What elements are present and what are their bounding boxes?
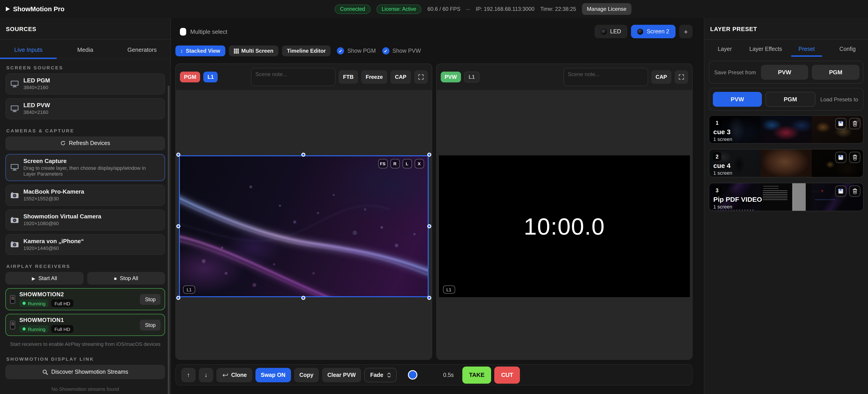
source-led-pvw[interactable]: LED PVW 3840×2160: [5, 98, 165, 119]
pgm-scene-note-input[interactable]: [251, 68, 336, 86]
delete-preset-icon-button[interactable]: [849, 186, 860, 197]
pgm-panel: PGM L1 FTB Freeze CAP: [176, 63, 432, 360]
resize-handle[interactable]: [427, 296, 431, 300]
pgm-viewport[interactable]: FS R L X L1: [176, 90, 432, 359]
pgm-cap-button[interactable]: CAP: [391, 70, 411, 84]
receiver-showmotion2[interactable]: SHOWMOTION2 Running Full HD Stop: [5, 288, 165, 310]
resize-handle[interactable]: [176, 224, 180, 228]
show-pvw-toggle[interactable]: ✓ Show PVW: [382, 47, 421, 55]
tab-config[interactable]: Config: [827, 39, 868, 57]
clone-button[interactable]: Clone: [216, 368, 252, 382]
screen-tab-screen2[interactable]: Screen 2: [631, 25, 676, 38]
source-macbook-camera[interactable]: MacBook Pro-Kamera 1552×1552@30: [5, 185, 165, 206]
show-pgm-toggle[interactable]: ✓ Show PGM: [337, 47, 376, 55]
source-name: Screen Capture: [23, 158, 154, 164]
source-detail: 1552×1552@30: [23, 196, 84, 202]
duration-value: 0.5s: [443, 372, 454, 378]
timeline-editor-button[interactable]: Timeline Editor: [282, 46, 331, 56]
save-from-pvw-button[interactable]: PVW: [761, 65, 808, 80]
pvw-scene-note-input[interactable]: [563, 68, 648, 86]
layer-fs-button[interactable]: FS: [378, 159, 388, 168]
screen-tab-led[interactable]: LED: [594, 25, 627, 38]
manage-license-button[interactable]: Manage License: [582, 3, 631, 15]
preset-screens: 1 screen: [713, 170, 732, 176]
move-down-button[interactable]: ↓: [199, 368, 213, 382]
discover-streams-button[interactable]: Discover Showmotion Streams: [5, 365, 165, 379]
swap-on-button[interactable]: Swap ON: [255, 368, 291, 382]
copy-button[interactable]: Copy: [294, 368, 319, 382]
take-button[interactable]: TAKE: [462, 366, 491, 384]
source-iphone-camera[interactable]: Kamera von „iPhone“ 1920×1440@60: [5, 234, 165, 255]
license-badge: License: Active: [376, 4, 422, 14]
resize-handle[interactable]: [302, 296, 306, 300]
start-all-label: Start All: [38, 275, 57, 282]
stacked-view-icon: ↕: [180, 48, 183, 54]
multi-screen-button[interactable]: Multi Screen: [229, 46, 278, 56]
receiver-stop-button[interactable]: Stop: [140, 294, 160, 305]
tab-layer[interactable]: Layer: [704, 39, 745, 57]
source-detail: 1920×1440@60: [23, 245, 84, 252]
resize-handle[interactable]: [176, 153, 180, 157]
multiple-select-checkbox[interactable]: [180, 28, 186, 35]
layer-x-button[interactable]: X: [414, 159, 424, 168]
source-virtual-camera[interactable]: Showmotion Virtual Camera 1920×1080@60: [5, 209, 165, 230]
refresh-icon: [60, 140, 66, 146]
pgm-fullscreen-button[interactable]: [414, 70, 428, 84]
move-up-button[interactable]: ↑: [181, 368, 196, 382]
pvw-fullscreen-button[interactable]: [675, 70, 688, 84]
clone-icon: [222, 373, 228, 377]
pvw-layer-badge[interactable]: L1: [464, 72, 479, 82]
tab-layer-effects[interactable]: Layer Effects: [745, 39, 786, 57]
ftb-button[interactable]: FTB: [339, 70, 358, 84]
delete-preset-icon-button[interactable]: [849, 152, 860, 163]
pvw-viewport[interactable]: 10:00.0 L1: [436, 90, 692, 359]
save-from-pgm-button[interactable]: PGM: [812, 65, 860, 80]
clear-pvw-button[interactable]: Clear PVW: [322, 368, 361, 382]
preset-name: cue 3: [713, 128, 731, 136]
tab-preset[interactable]: Preset: [786, 39, 827, 57]
stop-icon: ■: [114, 276, 117, 281]
freeze-button[interactable]: Freeze: [361, 70, 387, 84]
source-screen-capture[interactable]: Screen Capture Drag to create layer, the…: [5, 154, 165, 181]
resize-handle[interactable]: [176, 296, 180, 300]
add-screen-button[interactable]: +: [679, 25, 692, 38]
save-preset-icon-button[interactable]: [835, 118, 846, 129]
pvw-cap-button[interactable]: CAP: [651, 70, 672, 84]
layer-r-button[interactable]: R: [390, 159, 400, 168]
refresh-devices-button[interactable]: Refresh Devices: [5, 136, 165, 150]
preset-row-pip-pdf-video[interactable]: MHK 3 Pip PDF VIDEO 1 screen: [709, 183, 864, 211]
load-to-pgm-button[interactable]: PGM: [766, 92, 815, 107]
preset-number: 3: [713, 186, 721, 195]
tab-generators[interactable]: Generators: [114, 39, 170, 59]
save-preset-icon-button[interactable]: [835, 186, 846, 197]
source-led-pgm[interactable]: LED PGM 3840×2160: [5, 74, 165, 94]
camera-icon: [10, 192, 19, 199]
cameras-capture-label: CAMERAS & CAPTURE: [6, 128, 164, 133]
resize-handle[interactable]: [427, 224, 431, 228]
pvw-video-layer[interactable]: 10:00.0 L1: [439, 156, 690, 297]
duration-slider-knob[interactable]: [408, 370, 417, 379]
start-all-button[interactable]: ▶ Start All: [5, 272, 84, 285]
connected-badge: Connected: [335, 4, 370, 14]
save-preset-group: Save Preset from PVW PGM: [709, 61, 864, 84]
resize-handle[interactable]: [427, 153, 431, 157]
save-preset-from-label: Save Preset from: [713, 69, 757, 76]
delete-preset-icon-button[interactable]: [849, 118, 860, 129]
tab-media[interactable]: Media: [57, 39, 114, 59]
stacked-view-button[interactable]: ↕ Stacked View: [176, 46, 225, 56]
pgm-video-layer[interactable]: FS R L X L1: [179, 156, 428, 297]
preset-row-cue3[interactable]: 1 cue 3 1 screen: [709, 115, 864, 144]
receiver-showmotion1[interactable]: SHOWMOTION1 Running Full HD Stop: [5, 314, 165, 336]
stop-all-button[interactable]: ■ Stop All: [87, 272, 165, 285]
transition-select[interactable]: Fade: [364, 368, 397, 382]
receiver-stop-button[interactable]: Stop: [140, 320, 160, 331]
tab-live-inputs[interactable]: Live Inputs: [0, 39, 57, 59]
load-to-pvw-button[interactable]: PVW: [713, 92, 762, 107]
preset-row-cue4[interactable]: 2 cue 4 1 screen: [709, 149, 864, 177]
sources-scroll-area[interactable]: SCREEN SOURCES LED PGM 3840×2160: [0, 59, 170, 394]
cut-button[interactable]: CUT: [495, 366, 520, 384]
layer-l-button[interactable]: L: [402, 159, 412, 168]
pgm-layer-badge[interactable]: L1: [204, 72, 218, 82]
sidebar-scrollbar[interactable]: [168, 86, 169, 394]
save-preset-icon-button[interactable]: [835, 152, 846, 163]
